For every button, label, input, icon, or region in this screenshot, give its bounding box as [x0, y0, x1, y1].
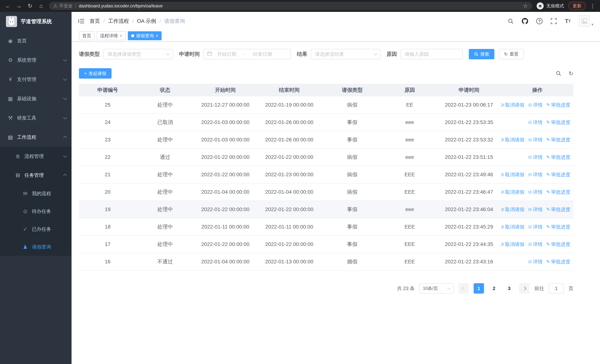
reason-input[interactable] — [401, 49, 463, 59]
sidebar-item-leave-query[interactable]: ♟ 请假查询 — [0, 238, 72, 256]
action-progress-link[interactable]: ✎审批进度 — [546, 102, 570, 108]
sidebar-item-label: 流程管理 — [24, 153, 44, 159]
breadcrumb-workflow[interactable]: 工作流程 — [108, 18, 129, 25]
sidebar-item-infrastructure[interactable]: ▦ 基础设施 — [0, 89, 72, 108]
action-detail-link[interactable]: ⊙详情 — [528, 224, 543, 230]
create-leave-button[interactable]: + 发起请假 — [79, 68, 112, 79]
chevron-down-icon — [63, 58, 67, 61]
action-cancel-link[interactable]: ⊘取消请假 — [501, 224, 525, 230]
sidebar-item-task-management[interactable]: ⊟ 任务管理 — [0, 166, 72, 185]
action-detail-link[interactable]: ⊙详情 — [528, 259, 543, 265]
action-progress-link[interactable]: ✎审批进度 — [546, 259, 570, 265]
action-detail-link[interactable]: ⊙详情 — [528, 241, 543, 248]
start-date-input[interactable] — [214, 51, 240, 57]
chevron-up-icon — [63, 174, 67, 177]
update-button[interactable]: 更新 — [569, 2, 586, 10]
search-icon[interactable] — [508, 18, 514, 24]
create-leave-label: 发起请假 — [89, 70, 106, 76]
action-cancel-link[interactable]: ⊘取消请假 — [501, 206, 525, 213]
sidebar-item-workflow[interactable]: ▤ 工作流程 — [0, 128, 72, 147]
home-icon[interactable]: ⌂ — [38, 3, 45, 9]
page-button-3[interactable]: 3 — [504, 283, 514, 294]
breadcrumb-home[interactable]: 首页 — [90, 18, 100, 25]
action-progress-link[interactable]: ✎审批进度 — [546, 224, 570, 230]
end-date-input[interactable] — [249, 51, 276, 57]
bookmark-star-icon[interactable]: ☆ — [523, 3, 528, 9]
action-cancel-link[interactable]: ⊘取消请假 — [501, 241, 525, 248]
action-progress-link[interactable]: ✎审批进度 — [546, 119, 570, 126]
address-bar[interactable]: ⚠ 不安全 dashboard.yudao.iocoder.cn/bpm/oa/… — [49, 2, 532, 10]
sidebar-item-devtools[interactable]: ⚒ 研发工具 — [0, 108, 72, 128]
menu-fold-icon[interactable] — [78, 18, 84, 24]
action-detail-link[interactable]: ⊙详情 — [528, 137, 543, 143]
next-page-button[interactable] — [519, 283, 530, 294]
sidebar-item-todo-tasks[interactable]: ⊙ 待办任务 — [0, 202, 72, 220]
page-button-2[interactable]: 2 — [489, 283, 499, 294]
font-size-icon[interactable]: TT — [565, 18, 571, 24]
user-menu[interactable]: ▾ — [579, 16, 593, 27]
action-progress-link[interactable]: ✎审批进度 — [546, 137, 570, 143]
tab-process-detail[interactable]: 流程详情 × — [97, 31, 126, 40]
action-cancel-link[interactable]: ⊘取消请假 — [501, 171, 525, 178]
apply-time-range-picker[interactable]: - — [204, 49, 291, 59]
reload-icon[interactable]: ↻ — [27, 3, 33, 9]
sidebar-item-home[interactable]: ◉ 首页 — [0, 31, 72, 50]
action-progress-link[interactable]: ✎审批进度 — [546, 241, 570, 248]
action-detail-link[interactable]: ⊙详情 — [528, 189, 543, 195]
prev-page-button[interactable] — [459, 283, 469, 294]
sidebar-item-process-management[interactable]: ≣ 流程管理 — [0, 147, 72, 166]
warning-triangle-icon: ⚠ — [53, 3, 57, 9]
cell-leave-type: 事假 — [322, 218, 383, 235]
page-button-1[interactable]: 1 — [474, 283, 484, 294]
action-detail-link[interactable]: ⊙详情 — [528, 119, 543, 126]
fullscreen-icon[interactable] — [551, 18, 557, 24]
not-secure-warning[interactable]: ⚠ 不安全 — [53, 3, 73, 9]
page-size-select[interactable]: 10条/页 — [420, 283, 454, 294]
goto-page-input[interactable] — [549, 283, 564, 294]
action-progress-link[interactable]: ✎审批进度 — [546, 171, 570, 178]
url-text[interactable]: dashboard.yudao.iocoder.cn/bpm/oa/leave — [79, 3, 163, 9]
action-progress-link[interactable]: ✎审批进度 — [546, 154, 570, 160]
browser-menu-icon[interactable]: ⋮ — [590, 3, 596, 9]
action-cancel-link[interactable]: ⊘取消请假 — [501, 137, 525, 143]
action-progress-link[interactable]: ✎审批进度 — [546, 206, 570, 213]
tab-leave-query[interactable]: 请假查询 × — [128, 31, 162, 40]
search-button[interactable]: 搜索 — [469, 49, 494, 59]
tab-home[interactable]: 首页 — [79, 31, 94, 40]
refresh-table-icon[interactable]: ↻ — [569, 70, 573, 77]
gear-icon: ⚙ — [7, 57, 13, 63]
close-icon[interactable]: × — [156, 33, 158, 38]
cell-actions: ⊘取消请假⊙详情✎审批进度 — [501, 131, 573, 148]
calendar-icon — [207, 51, 212, 57]
action-cancel-link[interactable]: ⊘取消请假 — [501, 189, 525, 195]
table-row: 21 处理中 2022-01-22 00:00:00 2022-01-23 00… — [79, 166, 573, 184]
browser-chrome: ← → ↻ ⌂ ⚠ 不安全 dashboard.yudao.iocoder.cn… — [0, 0, 600, 12]
close-icon[interactable]: × — [120, 33, 122, 38]
active-tab-dot — [131, 34, 134, 37]
action-detail-link[interactable]: ⊙详情 — [528, 171, 543, 178]
sidebar-item-my-process[interactable]: ✉ 我的流程 — [0, 185, 72, 202]
reset-button[interactable]: ↻ 重置 — [499, 49, 524, 59]
cell-status: 处理中 — [136, 236, 194, 253]
action-progress-link[interactable]: ✎审批进度 — [546, 189, 570, 195]
sidebar-item-payment[interactable]: ¥ 支付管理 — [0, 70, 72, 89]
github-icon[interactable] — [522, 18, 528, 24]
action-detail-link[interactable]: ⊙详情 — [528, 206, 543, 213]
sidebar-item-system[interactable]: ⚙ 系统管理 — [0, 50, 72, 70]
incognito-label: 无痕模式 — [546, 3, 564, 9]
sidebar-item-done-tasks[interactable]: ✓ 已办任务 — [0, 220, 72, 238]
cancel-leave-icon: ⊘ — [501, 242, 504, 247]
action-detail-link[interactable]: ⊙详情 — [528, 154, 543, 160]
edit-icon: ✎ — [546, 155, 550, 160]
leave-type-select[interactable]: 请选择请假类型 — [103, 49, 173, 59]
forward-icon[interactable]: → — [16, 3, 22, 9]
help-icon[interactable]: ? — [536, 18, 543, 24]
action-detail-link[interactable]: ⊙详情 — [528, 102, 543, 108]
action-cancel-link[interactable]: ⊘取消请假 — [501, 102, 525, 108]
result-select[interactable]: 请选择流结果 — [311, 49, 381, 59]
user-icon: ♟ — [22, 244, 28, 250]
breadcrumb-oa-example[interactable]: OA 示例 — [137, 18, 156, 25]
toggle-search-icon[interactable] — [556, 71, 561, 76]
back-icon[interactable]: ← — [4, 3, 11, 9]
action-label: 详情 — [533, 206, 543, 213]
